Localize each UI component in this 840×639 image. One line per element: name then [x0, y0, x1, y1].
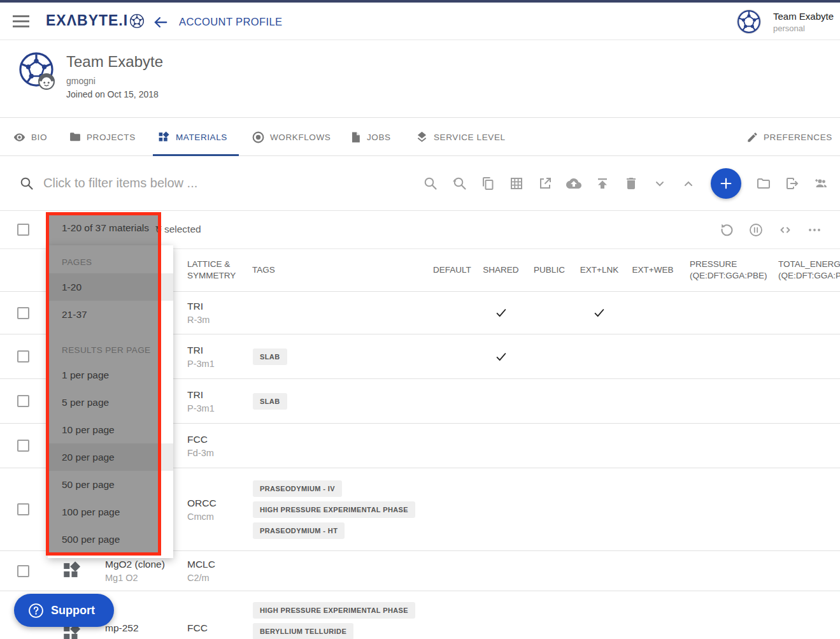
row-checkbox[interactable]	[17, 307, 29, 319]
code-icon[interactable]	[778, 222, 793, 238]
col-lattice[interactable]: LATTICE &SYMMETRY	[185, 249, 250, 291]
app-bar: EXΛBYTE.I ACCOUNT PROFILE	[0, 3, 840, 40]
select-all-checkbox[interactable]	[17, 224, 29, 236]
symmetry-group: Fd-3m	[187, 448, 214, 458]
folder-action-icon[interactable]	[756, 176, 771, 191]
tab-service-level[interactable]: SERVICE LEVEL	[415, 118, 506, 156]
material-formula: Mg1 O2	[105, 573, 138, 583]
support-label: Support	[51, 604, 95, 617]
col-tags[interactable]: TAGS	[250, 249, 428, 291]
per-page-option-1[interactable]: 1 per page	[48, 361, 173, 389]
saved-search-icon[interactable]	[452, 176, 467, 191]
tab-workflows[interactable]: WORKFLOWS	[252, 118, 331, 156]
logo-text: EXΛBYTE.I	[46, 12, 128, 29]
results-per-page-header: RESULTS PER PAGE	[48, 338, 173, 361]
cloud-upload-icon[interactable]	[566, 176, 581, 191]
row-checkbox[interactable]	[17, 565, 29, 577]
row-checkbox[interactable]	[17, 503, 29, 515]
search-icon	[19, 176, 34, 191]
per-page-option-50[interactable]: 50 per page	[48, 471, 173, 498]
filter-input[interactable]	[43, 170, 400, 196]
symmetry-group: C2/m	[187, 573, 210, 583]
per-page-option-100[interactable]: 100 per page	[48, 498, 173, 526]
account-name: Team Exabyte	[773, 11, 834, 22]
eye-icon	[13, 131, 26, 144]
tags-cell	[250, 551, 428, 591]
search-action-icon[interactable]	[423, 176, 438, 191]
tab-materials[interactable]: MATERIALS	[157, 118, 227, 156]
profile-tabs: BIO PROJECTS MATERIALS WORKFLOWS	[0, 118, 840, 156]
profile-username: gmogni	[66, 76, 96, 86]
pages-header: PAGES	[48, 250, 173, 273]
pagination-dropdown-trigger[interactable]: 1-20 of 37 materials	[62, 222, 162, 234]
row-checkbox[interactable]	[17, 350, 29, 363]
lattice-type: TRI	[187, 389, 203, 401]
current-account[interactable]: Team Exabyte personal	[736, 9, 834, 34]
col-pressure[interactable]: PRESSURE(QE:DFT:GGA:PBE)	[680, 249, 774, 291]
account-profile-screen: EXΛBYTE.I ACCOUNT PROFILE	[0, 0, 840, 639]
tags-cell: HIGH PRESSURE EXPERIMENTAL PHASEBERYLLIU…	[250, 591, 428, 639]
per-page-option-5[interactable]: 5 per page	[48, 389, 173, 416]
more-horiz-icon[interactable]	[807, 222, 822, 238]
page-option-21-37[interactable]: 21-37	[48, 301, 173, 328]
material-icon	[61, 560, 83, 582]
pagination-menu: PAGES 1-20 21-37 RESULTS PER PAGE 1 per …	[48, 245, 173, 558]
open-in-new-icon[interactable]	[537, 176, 553, 191]
add-group-icon[interactable]	[813, 176, 829, 191]
lattice-type: TRI	[187, 345, 203, 356]
symmetry-group: Cmcm	[187, 512, 214, 522]
undo-icon[interactable]	[719, 222, 734, 238]
copy-icon[interactable]	[480, 176, 495, 191]
page-option-1-20[interactable]: 1-20	[48, 273, 173, 301]
material-name: MgO2 (clone)	[105, 559, 165, 570]
lattice-type: TRI	[187, 301, 203, 312]
back-arrow-icon[interactable]	[152, 14, 169, 31]
delete-icon[interactable]	[623, 176, 639, 191]
per-page-option-20[interactable]: 20 per page	[48, 443, 173, 471]
col-default[interactable]: DEFAULT	[428, 249, 476, 291]
tab-bio[interactable]: BIO	[13, 118, 47, 156]
chevron-up-icon[interactable]	[681, 176, 696, 191]
tag-chip: BERYLLIUM TELLURIDE	[253, 623, 353, 639]
material-name: mp-252	[105, 622, 139, 634]
tab-jobs[interactable]: JOBS	[350, 118, 391, 156]
tab-label: JOBS	[367, 133, 391, 142]
folder-icon	[69, 131, 82, 143]
tab-label: MATERIALS	[176, 133, 227, 142]
face-badge-icon	[38, 73, 55, 90]
help-icon	[28, 603, 44, 619]
pause-circle-icon[interactable]	[748, 222, 764, 238]
row-checkbox[interactable]	[17, 395, 29, 407]
menu-icon[interactable]	[13, 15, 29, 27]
table-row[interactable]: mp-252 FCC HIGH PRESSURE EXPERIMENTAL PH…	[0, 591, 840, 639]
table-grid-icon[interactable]	[509, 176, 524, 191]
col-shared[interactable]: SHARED	[476, 249, 525, 291]
layers-icon	[415, 131, 429, 144]
pagination-range-label: 1-20 of 37 materials	[62, 222, 149, 234]
check-icon	[494, 350, 508, 364]
support-button[interactable]: Support	[14, 594, 114, 627]
tab-preferences[interactable]: PREFERENCES	[746, 118, 832, 156]
profile-joined-date: Joined on Oct 15, 2018	[66, 89, 159, 99]
selection-bar: 1-20 of 37 materials 0 selected	[0, 211, 840, 249]
chevron-down-icon[interactable]	[652, 176, 667, 191]
per-page-option-10[interactable]: 10 per page	[48, 416, 173, 443]
selected-count-label: 0 selected	[156, 224, 201, 235]
per-page-option-500[interactable]: 500 per page	[48, 526, 173, 553]
col-ext-lnk[interactable]: EXT+LNK	[573, 249, 625, 291]
pencil-icon	[746, 131, 758, 143]
exit-to-app-icon[interactable]	[785, 176, 800, 191]
upload-icon[interactable]	[595, 176, 610, 191]
exabyte-logo[interactable]: EXΛBYTE.I	[46, 12, 145, 29]
materials-icon	[157, 131, 171, 144]
symmetry-group: P-3m1	[187, 403, 215, 413]
col-ext-web[interactable]: EXT+WEB	[625, 249, 680, 291]
col-total-energy[interactable]: TOTAL_ENERGY(QE:DFT:GGA:PBE)	[774, 249, 840, 291]
tags-cell	[250, 292, 428, 334]
profile-name: Team Exabyte	[66, 53, 163, 71]
add-material-button[interactable]	[711, 168, 741, 199]
col-public[interactable]: PUBLIC	[525, 249, 573, 291]
tab-label: PROJECTS	[87, 133, 136, 142]
tab-projects[interactable]: PROJECTS	[69, 118, 136, 156]
row-checkbox[interactable]	[17, 440, 29, 452]
